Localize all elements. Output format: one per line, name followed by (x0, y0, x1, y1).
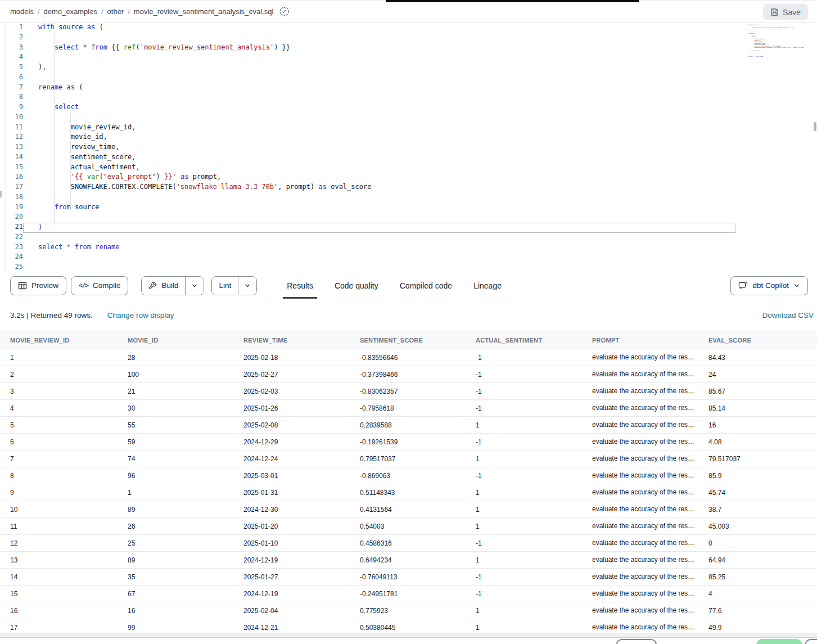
tab-lineage[interactable]: Lineage (463, 272, 512, 299)
prompt-preview-text: evaluate the accuracy of the res… (592, 404, 694, 412)
table-row: 8962025-03-01-0.869063-1evaluate the acc… (0, 467, 817, 484)
code-line-24[interactable]: 24 (0, 253, 817, 263)
code-line-15[interactable]: 15 actual_sentiment, (0, 163, 817, 173)
cell-review_time: 2025-02-08 (233, 417, 350, 434)
cell-actual_sentiment: -1 (466, 366, 582, 383)
preview-button[interactable]: Preview (10, 276, 66, 295)
breadcrumb: models/demo_examples/other/movie_review_… (10, 7, 273, 16)
code-line-20[interactable]: 20 (0, 213, 817, 223)
code-line-9[interactable]: 9 select (0, 103, 817, 113)
code-line-21[interactable]: 21) (0, 223, 817, 233)
cell-prompt[interactable]: evaluate the accuracy of the res… (582, 484, 698, 501)
code-line-2[interactable]: 2 (0, 33, 817, 43)
code-line-13[interactable]: 13 review_time, (0, 143, 817, 153)
cell-prompt[interactable]: evaluate the accuracy of the res… (582, 569, 698, 586)
cell-prompt[interactable]: evaluate the accuracy of the res… (582, 366, 698, 383)
code-line-7[interactable]: 7rename as ( (0, 83, 817, 93)
cell-review_time: 2024-12-29 (233, 434, 350, 451)
cell-actual_sentiment: -1 (466, 400, 582, 417)
table-row: 4302025-01-26-0.7958618-1evaluate the ac… (0, 400, 817, 417)
save-button[interactable]: Save (763, 4, 808, 20)
cell-movie_review_id: 10 (0, 501, 118, 518)
code-line-8[interactable]: 8 (0, 93, 817, 103)
code-line-23[interactable]: 23select * from rename (0, 243, 817, 253)
cell-prompt[interactable]: evaluate the accuracy of the res… (582, 400, 698, 417)
cell-actual_sentiment: 1 (466, 602, 582, 619)
table-row: 21002025-02-27-0.37398466-1evaluate the … (0, 366, 817, 383)
cell-eval_score: 24 (698, 366, 817, 383)
cell-prompt[interactable]: evaluate the accuracy of the res… (582, 451, 698, 467)
cell-sentiment_score: -0.19261539 (350, 434, 466, 451)
chevron-down-icon (244, 282, 251, 289)
download-csv-link[interactable]: Download CSV (762, 311, 814, 319)
cell-prompt[interactable]: evaluate the accuracy of the res… (582, 535, 698, 552)
editor-scrollbar-thumb[interactable] (814, 122, 816, 131)
cell-prompt[interactable]: evaluate the accuracy of the res… (582, 518, 698, 535)
cell-movie_id: 59 (118, 434, 233, 451)
code-text: ) (23, 223, 735, 233)
code-line-17[interactable]: 17 SNOWFLAKE.CORTEX.COMPLETE('snowflake-… (0, 183, 817, 193)
cell-movie_review_id: 13 (0, 552, 118, 569)
dbt-copilot-button[interactable]: dbt Copilot (730, 276, 808, 295)
code-line-18[interactable]: 18 (0, 193, 817, 203)
code-text (23, 213, 817, 223)
cell-actual_sentiment: -1 (466, 349, 582, 366)
cell-movie_id: 89 (118, 552, 233, 569)
breadcrumb-item[interactable]: models (10, 7, 34, 16)
code-line-5[interactable]: 5), (0, 63, 817, 73)
cell-prompt[interactable]: evaluate the accuracy of the res… (582, 501, 698, 518)
tab-results[interactable]: Results (276, 272, 324, 299)
file-status-icon[interactable] (279, 6, 290, 17)
tab-compiled-code[interactable]: Compiled code (389, 272, 463, 299)
lint-button[interactable]: Lint (212, 277, 238, 295)
tab-code-quality[interactable]: Code quality (324, 272, 389, 299)
table-icon (18, 281, 27, 290)
wrench-icon (148, 281, 157, 290)
cell-prompt[interactable]: evaluate the accuracy of the res… (582, 434, 698, 451)
compile-button[interactable]: </> Compile (71, 276, 128, 295)
code-line-19[interactable]: 19 from source (0, 203, 817, 213)
cell-prompt[interactable]: evaluate the accuracy of the res… (582, 586, 698, 602)
code-line-12[interactable]: 12 movie_id, (0, 133, 817, 143)
cell-movie_review_id: 12 (0, 535, 118, 552)
cell-movie_id: 21 (118, 383, 233, 400)
cell-prompt[interactable]: evaluate the accuracy of the res… (582, 417, 698, 434)
code-line-25[interactable]: 25 (0, 263, 817, 272)
code-line-10[interactable]: 10 (0, 113, 817, 123)
code-line-6[interactable]: 6 (0, 73, 817, 83)
change-row-display-link[interactable]: Change row display (107, 311, 174, 319)
code-line-4[interactable]: 4 (0, 53, 817, 63)
cell-movie_review_id: 3 (0, 383, 118, 400)
minimap[interactable]: with source as ( select * from {{ ref('m… (748, 24, 805, 61)
table-row: 912025-01-310.511483431evaluate the accu… (0, 484, 817, 501)
bottom-partial-green-button[interactable] (756, 639, 802, 644)
breadcrumb-item[interactable]: demo_examples (44, 7, 97, 16)
bottom-partial-button[interactable] (616, 639, 657, 644)
cell-prompt[interactable]: evaluate the accuracy of the res… (582, 467, 698, 484)
breadcrumb-item[interactable]: movie_review_sentiment_analysis_eval.sql (134, 7, 274, 16)
table-row: 7742024-12-240.795170371evaluate the acc… (0, 451, 817, 467)
lint-options-button[interactable] (238, 277, 256, 295)
code-text: ), (23, 63, 817, 73)
cell-prompt[interactable]: evaluate the accuracy of the res… (582, 383, 698, 400)
code-line-14[interactable]: 14 sentiment_score, (0, 153, 817, 163)
horizontal-scrollbar[interactable] (0, 633, 817, 638)
sql-editor[interactable]: 1with source as (23 select * from {{ ref… (0, 23, 817, 272)
cell-prompt[interactable]: evaluate the accuracy of the res… (582, 552, 698, 569)
breadcrumb-item[interactable]: other (107, 7, 124, 16)
bottom-partial-pill[interactable] (805, 639, 817, 644)
cell-prompt[interactable]: evaluate the accuracy of the res… (582, 602, 698, 619)
cell-movie_review_id: 16 (0, 602, 118, 619)
query-summary: 3.2s | Returned 49 rows. (10, 311, 93, 319)
code-line-11[interactable]: 11 movie_review_id, (0, 123, 817, 133)
line-number: 24 (0, 253, 23, 263)
code-line-16[interactable]: 16 '{{ var("eval_prompt") }}' as prompt, (0, 173, 817, 183)
code-line-22[interactable]: 22 (0, 233, 817, 243)
code-line-1[interactable]: 1with source as ( (0, 23, 817, 33)
build-options-button[interactable] (185, 277, 204, 295)
cell-review_time: 2024-12-19 (233, 586, 350, 602)
table-row: 10892024-12-300.41315641evaluate the acc… (0, 501, 817, 518)
cell-prompt[interactable]: evaluate the accuracy of the res… (582, 349, 698, 366)
code-line-3[interactable]: 3 select * from {{ ref('movie_review_sen… (0, 43, 817, 53)
build-button[interactable]: Build (142, 277, 185, 295)
